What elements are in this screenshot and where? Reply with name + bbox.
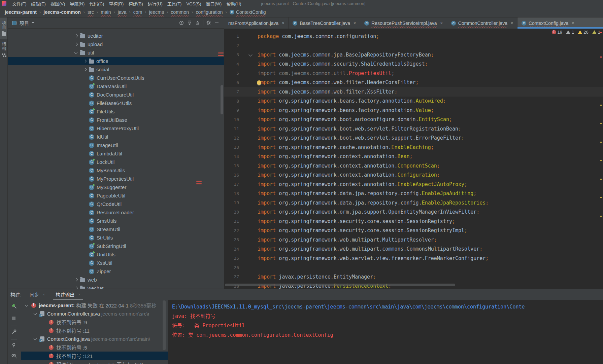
build-tree-item[interactable]: ContextConfig.java jeecms-common\src\mai… [21, 335, 168, 343]
menu-item[interactable]: 帮助(H) [224, 1, 243, 6]
menu-item[interactable]: 构建(B) [126, 1, 145, 6]
tree-item-Zipper[interactable]: Zipper [7, 267, 224, 276]
expand-all-icon[interactable] [187, 20, 192, 26]
pin-icon[interactable] [11, 342, 16, 348]
menu-item[interactable]: 文件(F) [10, 1, 29, 6]
line-number[interactable]: 9 [224, 108, 258, 113]
close-icon[interactable]: × [511, 21, 513, 26]
code-line[interactable]: 11import org.springframework.boot.web.se… [224, 124, 603, 134]
badge-warn_olive[interactable]: 1 [592, 30, 600, 35]
sidebar-item-structure[interactable]: 结构 [0, 39, 7, 58]
tree-item-MyBeanUtils[interactable]: MyBeanUtils [7, 166, 224, 175]
line-number[interactable]: 10 [224, 117, 258, 122]
chevron-down-icon[interactable] [24, 303, 29, 308]
menu-item[interactable]: 窗口(W) [204, 1, 224, 6]
build-tree-item[interactable]: 程序包freemarker template不存在 :158 [21, 360, 168, 364]
tree-item-ueditor[interactable]: ueditor [7, 32, 224, 40]
line-number[interactable]: 8 [224, 99, 258, 104]
chevron-right-icon[interactable] [73, 33, 79, 39]
code-line[interactable]: 21import org.springframework.security.co… [224, 217, 603, 226]
line-number[interactable]: 18 [224, 191, 258, 196]
project-panel-title[interactable]: 项目 [20, 20, 29, 26]
line-number[interactable]: 16 [224, 173, 258, 178]
line-number[interactable]: 6 [224, 80, 258, 85]
line-number[interactable]: 21 [224, 219, 258, 224]
hide-panel-icon[interactable] [214, 20, 220, 26]
line-number[interactable]: 2 [224, 43, 258, 48]
tree-item-IdUtil[interactable]: IdUtil [7, 133, 224, 141]
build-tree-item[interactable]: 找不到符号 :11 [21, 326, 168, 335]
build-tab-同步[interactable]: 同步× [27, 289, 48, 300]
code-line[interactable]: 26 [224, 263, 603, 272]
code-line[interactable]: 14import org.springframework.context.ann… [224, 152, 603, 161]
line-number[interactable]: 22 [224, 228, 258, 233]
code-line[interactable]: 7import com.jeecms.common.web.filter.Xss… [224, 87, 603, 97]
menu-item[interactable]: 编辑(E) [29, 1, 48, 6]
close-icon[interactable]: × [440, 21, 443, 26]
line-number[interactable]: 4 [224, 62, 258, 67]
code-line[interactable]: 6import com.jeecms.common.web.filter.Hea… [224, 78, 603, 87]
close-icon[interactable]: × [282, 21, 284, 26]
chevron-right-icon[interactable] [73, 277, 79, 283]
chevron-right-icon[interactable] [73, 286, 79, 289]
code-line[interactable]: 18import org.springframework.data.jpa.re… [224, 189, 603, 198]
breadcrumb-item-jeecms-common[interactable]: jeecms-common [43, 9, 81, 15]
breadcrumb-item-configuration[interactable]: configuration [195, 9, 223, 15]
line-number[interactable]: 17 [224, 182, 258, 187]
code-line[interactable]: 13import org.springframework.cache.annot… [224, 143, 603, 152]
editor-tab-ContextConfig.java[interactable]: ContextConfig.java× [517, 17, 603, 29]
badge-error[interactable]: 19 [552, 30, 562, 35]
menu-item[interactable]: 代码(C) [87, 1, 106, 6]
tree-item-FileBase64Utils[interactable]: FileBase64Utils [7, 99, 224, 107]
line-number[interactable]: 7 [224, 89, 258, 94]
code-line[interactable]: 5import com.jeecms.common.util.Propertie… [224, 69, 603, 78]
close-icon[interactable]: × [78, 292, 80, 296]
build-tree-scrollbar[interactable] [163, 300, 166, 350]
tree-item-PageableUtil[interactable]: PageableUtil [7, 191, 224, 200]
code-line[interactable]: 19import org.springframework.data.jpa.re… [224, 198, 603, 208]
build-tree-item[interactable]: jeecms-parent: 构建 失败 在 2022-04-1 8秒355毫秒 [21, 301, 168, 310]
tree-item-HibernateProxyUtil[interactable]: HibernateProxyUtil [7, 124, 224, 133]
tree-item-FrontUtilBase[interactable]: FrontUtilBase [7, 116, 224, 124]
rerun-build-icon[interactable] [11, 303, 17, 309]
code-line[interactable]: 1package com.jeecms.common.configuration… [224, 32, 603, 41]
tree-item-UnitUtils[interactable]: UnitUtils [7, 250, 224, 259]
error-file-link[interactable]: E:\Downloads\JEECMSx1.11.0_mysql_src\jee… [172, 302, 603, 312]
code-line[interactable]: 23import org.springframework.web.multipa… [224, 235, 603, 245]
code-line[interactable]: 8import org.springframework.beans.factor… [224, 97, 603, 106]
line-number[interactable]: 26 [224, 265, 258, 270]
menu-item[interactable]: 视图(V) [48, 1, 67, 6]
close-icon[interactable]: × [354, 21, 356, 26]
editor-tab-msFrontApplication.java[interactable]: msFrontApplication.java× [224, 17, 289, 29]
code-line[interactable]: 4import com.jeecms.common.security.Sha1C… [224, 60, 603, 69]
menu-item[interactable]: 重构(R) [106, 1, 126, 6]
line-number[interactable]: 11 [224, 126, 258, 131]
tree-item-LambdaUtil[interactable]: LambdaUtil [7, 149, 224, 158]
line-number[interactable]: 1 [224, 34, 258, 39]
line-number[interactable]: 14 [224, 154, 258, 159]
line-number[interactable]: 27 [224, 274, 258, 279]
close-icon[interactable]: × [43, 292, 45, 296]
tree-item-DataMaskUtil[interactable]: DataMaskUtil [7, 82, 224, 90]
code-line[interactable]: 17import org.springframework.context.ann… [224, 180, 603, 189]
line-number[interactable]: 3 [224, 52, 258, 57]
tree-item-wechat[interactable]: wechat [7, 284, 224, 289]
code-line[interactable]: 2 [224, 41, 603, 50]
locate-file-icon[interactable] [179, 20, 184, 26]
chevron-right-icon[interactable] [82, 59, 88, 64]
menu-item[interactable]: VCS(S) [184, 1, 203, 6]
sidebar-item-project[interactable]: 项目 [0, 17, 7, 39]
code-line[interactable]: 12import org.springframework.boot.web.se… [224, 134, 603, 143]
line-number[interactable]: 25 [224, 256, 258, 261]
breadcrumb-item-ContextConfig[interactable]: ContextConfig [229, 9, 267, 15]
line-number[interactable]: 5 [224, 71, 258, 76]
code-line[interactable]: 24import org.springframework.web.multipa… [224, 245, 603, 254]
line-number[interactable]: 15 [224, 163, 258, 168]
tree-item-util[interactable]: util [7, 48, 224, 57]
chevron-down-icon[interactable] [32, 22, 34, 24]
code-line[interactable]: 27import javax.persistence.EntityManager… [224, 272, 603, 282]
line-number[interactable]: 12 [224, 136, 258, 141]
settings-wrench-icon[interactable] [11, 329, 17, 335]
code-line[interactable]: 20import org.springframework.orm.jpa.sup… [224, 208, 603, 217]
chevron-down-icon[interactable] [33, 336, 38, 342]
